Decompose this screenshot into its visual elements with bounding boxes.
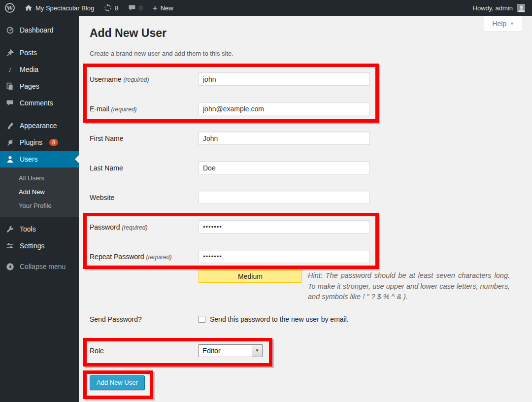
website-label: Website: [90, 194, 199, 201]
new-content-link[interactable]: + New: [148, 0, 178, 16]
sidebar-item-label: Dashboard: [20, 26, 54, 34]
role-label: Role: [90, 347, 199, 355]
wrench-icon: [5, 225, 15, 234]
update-count: 8: [115, 4, 118, 12]
comment-bubble-icon: [128, 4, 136, 12]
users-submenu: All Users Add New Your Profile: [0, 168, 79, 217]
sidebar-item-label: Tools: [20, 225, 36, 233]
select-dropdown-button[interactable]: ▼: [252, 345, 262, 357]
sidebar-item-collapse-menu[interactable]: Collapse menu: [0, 258, 79, 275]
sidebar-item-dashboard[interactable]: Dashboard: [0, 22, 79, 38]
email-input[interactable]: [199, 102, 370, 115]
home-icon: [25, 4, 33, 12]
update-icon: [104, 4, 112, 12]
sidebar-item-label: Posts: [20, 49, 37, 57]
admin-sidebar: Dashboard Posts ♪ Media Pages Comments A…: [0, 16, 79, 402]
sidebar-item-settings[interactable]: Settings: [0, 237, 79, 254]
sidebar-item-users[interactable]: Users: [0, 151, 79, 168]
role-row: Role Editor ▼: [90, 344, 522, 357]
first-name-label: First Name: [90, 134, 199, 142]
sidebar-item-pages[interactable]: Pages: [0, 78, 79, 95]
username-input[interactable]: [199, 72, 370, 86]
collapse-arrow-icon: [5, 263, 15, 271]
sidebar-item-label: Media: [20, 66, 38, 73]
last-name-row: Last Name: [90, 161, 522, 174]
sidebar-item-plugins[interactable]: Plugins 8: [0, 134, 79, 151]
howdy-account-link[interactable]: Howdy, admin: [473, 4, 513, 12]
username-label: Username (required): [90, 75, 199, 83]
password-row: Password (required): [90, 220, 522, 234]
send-password-checkbox[interactable]: [199, 316, 205, 323]
sidebar-item-label: Appearance: [20, 122, 57, 130]
main-content: Help ▼ Add New User Create a brand new u…: [79, 16, 532, 402]
site-name-link[interactable]: My Spectacular Blog: [20, 0, 99, 16]
sidebar-item-posts[interactable]: Posts: [0, 44, 79, 61]
send-password-label: Send Password?: [90, 315, 199, 323]
role-select[interactable]: Editor ▼: [199, 344, 263, 357]
website-input[interactable]: [199, 191, 370, 204]
email-label: E-mail (required): [90, 105, 199, 113]
wordpress-logo-menu[interactable]: W: [0, 0, 20, 16]
send-password-row: Send Password? Send this password to the…: [90, 314, 522, 324]
submenu-item-your-profile[interactable]: Your Profile: [0, 199, 79, 212]
password-label: Password (required): [90, 223, 199, 231]
repeat-password-input[interactable]: [199, 250, 370, 263]
add-user-form: Username (required) E-mail (required) Fi…: [90, 72, 522, 390]
add-new-user-button[interactable]: Add New User: [90, 375, 145, 390]
submenu-item-add-new[interactable]: Add New: [0, 185, 79, 199]
page-title: Add New User: [90, 26, 522, 40]
sidebar-item-media[interactable]: ♪ Media: [0, 61, 79, 78]
page-subtitle: Create a brand new user and add them to …: [90, 50, 522, 57]
first-name-input[interactable]: [199, 132, 370, 145]
sidebar-item-label: Settings: [20, 242, 45, 250]
paintbrush-icon: [5, 122, 15, 130]
role-selected-value: Editor: [199, 347, 252, 355]
send-password-checkbox-label: Send this password to the new user by em…: [210, 315, 349, 323]
plus-icon: +: [153, 4, 158, 12]
site-name-label: My Spectacular Blog: [35, 4, 94, 12]
repeat-password-label: Repeat Password (required): [90, 253, 199, 261]
sidebar-item-comments[interactable]: Comments: [0, 95, 79, 111]
plugins-update-badge: 8: [49, 139, 58, 146]
last-name-label: Last Name: [90, 164, 199, 172]
comment-count: 0: [139, 4, 142, 12]
sidebar-item-label: Users: [20, 155, 38, 163]
website-row: Website: [90, 191, 522, 204]
required-note: (required): [122, 224, 147, 231]
pin-icon: [5, 49, 15, 57]
music-note-icon: ♪: [5, 65, 15, 74]
submenu-item-all-users[interactable]: All Users: [0, 171, 79, 185]
username-row: Username (required): [90, 72, 522, 86]
avatar[interactable]: [517, 4, 525, 12]
help-button[interactable]: Help ▼: [484, 16, 522, 32]
comments-link[interactable]: 0: [123, 0, 147, 16]
sliders-icon: [5, 242, 15, 250]
email-row: E-mail (required): [90, 102, 522, 115]
pages-icon: [5, 82, 15, 90]
password-strength-meter: Medium: [199, 270, 302, 283]
plug-icon: [5, 138, 15, 147]
sidebar-item-label: Comments: [20, 99, 53, 107]
comment-bubble-icon: [5, 99, 15, 107]
required-note: (required): [123, 76, 149, 83]
required-note: (required): [146, 254, 171, 261]
user-icon: [5, 155, 15, 164]
sidebar-item-label: Collapse menu: [20, 263, 66, 270]
sidebar-item-label: Pages: [20, 82, 39, 90]
chevron-down-icon: ▼: [510, 21, 514, 26]
repeat-password-row: Repeat Password (required): [90, 250, 522, 263]
password-input[interactable]: [199, 220, 370, 234]
help-label: Help: [492, 20, 506, 28]
password-strength-section: Medium Hint: The password should be at l…: [199, 270, 510, 302]
last-name-input[interactable]: [199, 161, 370, 174]
sidebar-item-appearance[interactable]: Appearance: [0, 117, 79, 134]
wordpress-logo-icon: W: [5, 3, 15, 13]
first-name-row: First Name: [90, 132, 522, 145]
dashboard-gauge-icon: [5, 26, 15, 34]
sidebar-item-label: Plugins: [20, 138, 42, 146]
updates-link[interactable]: 8: [99, 0, 123, 16]
admin-bar: W My Spectacular Blog 8 0: [0, 0, 532, 16]
required-note: (required): [111, 106, 137, 113]
new-label: New: [161, 4, 173, 12]
sidebar-item-tools[interactable]: Tools: [0, 221, 79, 237]
